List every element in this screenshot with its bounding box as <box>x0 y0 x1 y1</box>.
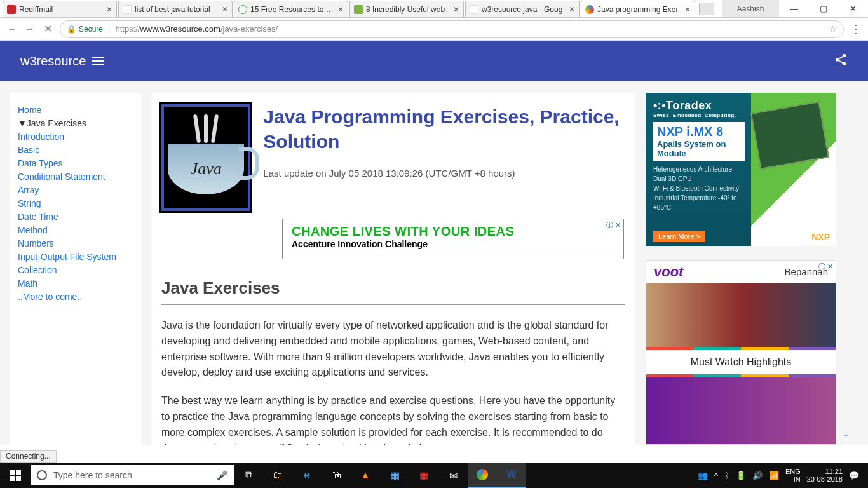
wifi-icon[interactable]: 📶 <box>769 471 779 480</box>
right-ads: ⓘ ✕ •:•ToradexSwiss. Embedded. Computing… <box>646 93 836 445</box>
windows-taskbar: Type here to search 🎤 ⧉ 🗂 e 🛍 ▲ ▦ ▦ ✉ W … <box>0 463 868 488</box>
url-text: https://www.w3resource.com/java-exercise… <box>115 24 278 34</box>
vlc-icon[interactable]: ▲ <box>351 463 380 488</box>
sidebar-item[interactable]: Collection <box>18 265 133 275</box>
java-logo-image: Java <box>161 104 250 211</box>
word-icon[interactable]: W <box>497 463 526 488</box>
tray-chevron-icon[interactable]: ^ <box>714 471 718 480</box>
close-window-button[interactable]: ✕ <box>838 0 868 17</box>
page-title: Java Programming Exercises, Practice, So… <box>263 104 625 154</box>
bluetooth-icon[interactable]: ᛒ <box>724 471 729 480</box>
sidebar-item[interactable]: ..More to come.. <box>18 292 133 302</box>
browser-tab[interactable]: 8 Incredibly Useful web✕ <box>349 1 464 17</box>
browser-tab[interactable]: 15 Free Resources to Le✕ <box>234 1 348 17</box>
sidebar-item[interactable]: Data Types <box>18 158 133 168</box>
brand-text: w3resource <box>20 54 86 69</box>
bookmark-icon[interactable]: ☆ <box>829 24 837 34</box>
hamburger-icon[interactable] <box>92 57 104 65</box>
search-placeholder: Type here to search <box>53 470 132 480</box>
sidebar-item-current[interactable]: ▼Java Exercises <box>18 118 133 128</box>
app-icon[interactable]: ▦ <box>380 463 409 488</box>
minimize-button[interactable]: — <box>779 0 809 17</box>
mic-icon[interactable]: 🎤 <box>217 470 227 480</box>
scroll-top-button[interactable]: ↑ <box>843 430 849 444</box>
share-icon[interactable] <box>834 53 848 70</box>
taskbar-apps: ⧉ 🗂 e 🛍 ▲ ▦ ▦ ✉ W <box>234 463 526 488</box>
forward-button[interactable]: → <box>24 24 36 35</box>
edge-icon[interactable]: e <box>292 463 322 488</box>
sidebar-item[interactable]: Introduction <box>18 132 133 142</box>
stop-button[interactable]: ✕ <box>42 24 53 35</box>
browser-tab[interactable]: list of best java tutorial✕ <box>118 1 233 17</box>
voot-ad[interactable]: ⓘ ✕ vootBepannah Must Watch Highlights <box>646 260 836 445</box>
ad-cta-button[interactable]: Learn More > <box>653 231 705 242</box>
browser-tab[interactable]: Rediffmail✕ <box>3 1 117 17</box>
ad-badge[interactable]: ⓘ ✕ <box>818 262 833 271</box>
paragraph: The best way we learn anything is by pra… <box>161 393 625 445</box>
language-indicator[interactable]: ENGIN <box>785 468 801 483</box>
file-explorer-icon[interactable]: 🗂 <box>263 463 292 488</box>
inline-ad[interactable]: ⓘ ✕ CHANGE LIVES WITH YOUR IDEAS Accentu… <box>282 219 624 259</box>
hero-section: Java Java Programming Exercises, Practic… <box>161 104 625 211</box>
back-button[interactable]: ← <box>6 24 18 35</box>
ad-product: NXP i.MX 8Apalis System on Module <box>653 122 745 161</box>
chrome-menu-icon[interactable]: ⋮ <box>850 22 862 36</box>
chrome-profile[interactable]: Aashish <box>722 0 779 17</box>
sidebar-nav: Home ▼Java Exercises Introduction Basic … <box>10 93 141 445</box>
start-button[interactable] <box>0 463 31 488</box>
paragraph: Java is the foundation for virtually eve… <box>161 318 625 381</box>
sidebar-item[interactable]: Basic <box>18 145 133 155</box>
maximize-button[interactable]: ▢ <box>809 0 839 17</box>
sidebar-item[interactable]: Numbers <box>18 238 133 248</box>
close-icon[interactable]: ✕ <box>106 6 112 13</box>
ad-caption: Must Watch Highlights <box>646 350 836 374</box>
sidebar-item[interactable]: String <box>18 198 133 208</box>
window-controls: — ▢ ✕ <box>779 0 868 17</box>
browser-tab-active[interactable]: Java programming Exer✕ <box>581 1 695 17</box>
tab-title: Rediffmail <box>19 5 103 14</box>
app-icon[interactable]: ▦ <box>409 463 438 488</box>
volume-icon[interactable]: 🔊 <box>752 471 763 480</box>
taskbar-search[interactable]: Type here to search 🎤 <box>31 465 234 485</box>
address-bar: ← → ✕ 🔒 Secure | https://www.w3resource.… <box>0 18 868 41</box>
ad-badge[interactable]: ⓘ ✕ <box>606 220 621 230</box>
battery-icon[interactable]: 🔋 <box>736 471 746 480</box>
sidebar-item[interactable]: Home <box>18 105 133 115</box>
tab-title: w3resource java - Goog <box>482 5 566 14</box>
site-header: w3resource <box>0 41 868 81</box>
store-icon[interactable]: 🛍 <box>322 463 351 488</box>
chrome-titlebar: Rediffmail✕ list of best java tutorial✕ … <box>0 0 868 18</box>
omnibox[interactable]: 🔒 Secure | https://www.w3resource.com/ja… <box>60 20 844 38</box>
people-icon[interactable]: 👥 <box>698 471 708 480</box>
sidebar-item[interactable]: Conditional Statement <box>18 172 133 182</box>
browser-tab[interactable]: w3resource java - Goog✕ <box>465 1 580 17</box>
toradex-ad[interactable]: ⓘ ✕ •:•ToradexSwiss. Embedded. Computing… <box>646 93 836 246</box>
ad-thumbnail <box>646 377 836 445</box>
task-view-icon[interactable]: ⧉ <box>234 463 263 488</box>
close-icon[interactable]: ✕ <box>684 6 691 13</box>
sidebar-item[interactable]: Date Time <box>18 212 133 222</box>
sidebar-item[interactable]: Method <box>18 225 133 235</box>
last-updated: Last update on July 05 2018 13:09:26 (UT… <box>263 168 625 179</box>
sidebar-item[interactable]: Input-Output File System <box>18 252 133 262</box>
sidebar-item[interactable]: Array <box>18 185 133 195</box>
mail-icon[interactable]: ✉ <box>438 463 468 488</box>
svg-point-0 <box>843 53 846 57</box>
sidebar-item[interactable]: Math <box>18 278 133 288</box>
ad-thumbnail <box>646 283 836 347</box>
close-icon[interactable]: ✕ <box>569 6 575 13</box>
clock[interactable]: 11:2120-08-2018 <box>807 468 843 483</box>
ad-subhead: Accenture Innovation Challenge <box>292 239 614 249</box>
site-brand[interactable]: w3resource <box>20 54 104 69</box>
voot-logo: voot <box>654 264 683 280</box>
secure-badge: 🔒 Secure <box>67 25 103 34</box>
chrome-icon[interactable] <box>468 463 497 488</box>
notifications-icon[interactable]: 💬 <box>849 471 859 480</box>
close-icon[interactable]: ✕ <box>222 6 228 13</box>
ad-brand: •:•ToradexSwiss. Embedded. Computing. <box>653 99 745 118</box>
close-icon[interactable]: ✕ <box>453 6 459 13</box>
new-tab-button[interactable] <box>699 3 714 15</box>
tab-title: 15 Free Resources to Le <box>250 5 334 14</box>
close-icon[interactable]: ✕ <box>337 6 344 13</box>
nxp-logo: NXP <box>811 232 830 242</box>
